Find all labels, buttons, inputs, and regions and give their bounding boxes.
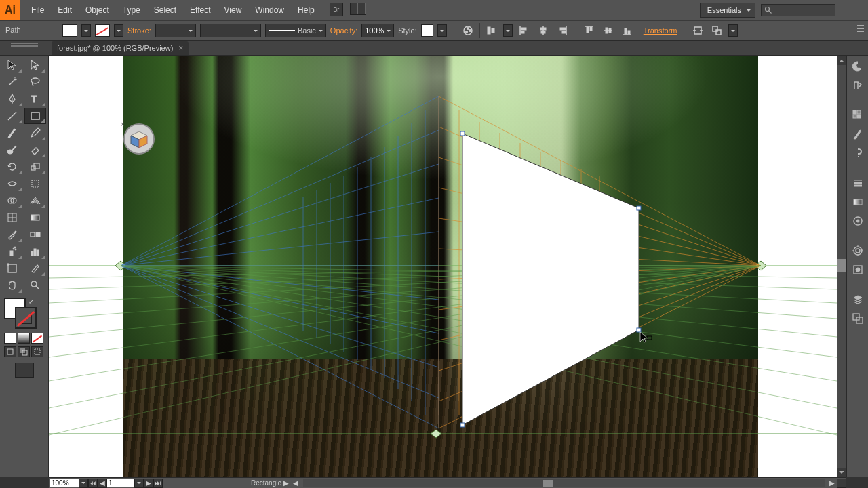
horizontal-scrollbar[interactable] xyxy=(303,479,825,487)
gradient-panel-icon[interactable] xyxy=(850,194,866,210)
blob-brush-tool[interactable] xyxy=(1,142,23,158)
line-tool[interactable] xyxy=(1,108,23,124)
column-graph-tool[interactable] xyxy=(24,243,46,260)
fill-stroke-indicator[interactable]: ⤢ xyxy=(1,298,47,330)
style-swatch[interactable] xyxy=(421,24,433,37)
artboard-number-input[interactable]: 1 xyxy=(107,479,134,487)
color-guide-panel-icon[interactable] xyxy=(850,77,866,94)
document-tab[interactable]: forest.jpg* @ 100% (RGB/Preview) × xyxy=(52,41,189,55)
pencil-tool[interactable] xyxy=(24,125,46,141)
brushes-panel-icon[interactable] xyxy=(850,126,866,142)
last-artboard-button[interactable]: ⏭ xyxy=(153,479,163,488)
edit-clip-dropdown[interactable] xyxy=(728,24,738,37)
scroll-up-button[interactable] xyxy=(837,56,846,65)
slice-tool[interactable] xyxy=(24,260,46,277)
free-transform-tool[interactable] xyxy=(24,176,46,192)
artboard-tool[interactable] xyxy=(1,260,23,277)
menu-file[interactable]: File xyxy=(26,3,50,18)
brush-select[interactable]: Basic xyxy=(265,24,326,37)
scroll-down-button[interactable] xyxy=(837,468,846,477)
symbols-panel-icon[interactable] xyxy=(850,145,866,161)
search-box[interactable] xyxy=(761,4,835,16)
layers-panel-icon[interactable] xyxy=(850,291,866,308)
arrange-documents-icon[interactable] xyxy=(350,3,366,15)
zoom-dropdown[interactable] xyxy=(79,479,88,488)
width-tool[interactable] xyxy=(1,176,23,192)
canvas-area[interactable]: × xyxy=(49,56,846,477)
recolor-icon[interactable] xyxy=(460,23,475,38)
appearance-panel-icon[interactable] xyxy=(850,243,866,259)
hscroll-left-button[interactable]: ◀ xyxy=(291,479,300,488)
next-artboard-button[interactable]: ▶ xyxy=(144,479,153,488)
hand-tool[interactable] xyxy=(1,277,23,293)
perspective-grid-tool[interactable] xyxy=(24,192,46,209)
tools-panel-grip[interactable] xyxy=(3,42,46,47)
draw-normal-icon[interactable] xyxy=(4,346,16,357)
zoom-tool[interactable] xyxy=(24,277,46,293)
stroke-weight-select[interactable] xyxy=(155,24,196,37)
align-right-icon[interactable] xyxy=(555,23,570,38)
paintbrush-tool[interactable] xyxy=(1,125,23,141)
status-menu-button[interactable]: ▶ xyxy=(281,479,291,488)
align-panel-icon[interactable] xyxy=(484,23,499,38)
align-top-icon[interactable] xyxy=(582,23,597,38)
artboard-dropdown[interactable] xyxy=(134,479,144,488)
color-mode-none[interactable] xyxy=(31,333,43,344)
graphic-styles-panel-icon[interactable] xyxy=(850,262,866,278)
transparency-panel-icon[interactable] xyxy=(850,213,866,229)
direct-selection-tool[interactable] xyxy=(24,57,46,73)
color-mode-solid[interactable] xyxy=(4,333,16,344)
swatches-panel-icon[interactable] xyxy=(850,107,866,123)
color-panel-icon[interactable] xyxy=(850,58,866,75)
style-dropdown[interactable] xyxy=(437,24,447,37)
shape-builder-tool[interactable] xyxy=(1,192,23,209)
eraser-tool[interactable] xyxy=(24,142,46,158)
menu-view[interactable]: View xyxy=(219,3,248,18)
pen-tool[interactable] xyxy=(1,91,23,107)
scale-tool[interactable] xyxy=(24,159,46,175)
eyedropper-tool[interactable] xyxy=(1,226,23,243)
prev-artboard-button[interactable]: ◀ xyxy=(98,479,107,488)
vertical-scroll-thumb[interactable] xyxy=(837,259,846,272)
fill-dropdown[interactable] xyxy=(81,24,91,37)
isolate-icon[interactable] xyxy=(690,23,705,38)
transform-link[interactable]: Transform xyxy=(644,26,677,35)
horizontal-scroll-thumb[interactable] xyxy=(543,480,553,487)
stroke-dropdown[interactable] xyxy=(114,24,123,37)
screen-mode-icon[interactable] xyxy=(15,363,34,378)
menu-window[interactable]: Window xyxy=(250,3,290,18)
align-vcenter-icon[interactable] xyxy=(601,23,616,38)
rectangle-tool[interactable] xyxy=(24,108,46,124)
align-bottom-icon[interactable] xyxy=(620,23,635,38)
hscroll-right-button[interactable]: ▶ xyxy=(827,479,837,488)
artboards-panel-icon[interactable] xyxy=(850,310,866,327)
rotate-tool[interactable] xyxy=(1,159,23,175)
perspective-plane-widget[interactable]: × xyxy=(123,123,155,155)
draw-behind-icon[interactable] xyxy=(18,346,30,357)
close-tab-button[interactable]: × xyxy=(178,43,183,53)
menu-select[interactable]: Select xyxy=(149,3,182,18)
control-bar-more[interactable] xyxy=(853,25,864,36)
align-left-icon[interactable] xyxy=(517,23,532,38)
menu-effect[interactable]: Effect xyxy=(184,3,216,18)
bridge-icon[interactable]: Br xyxy=(330,3,343,16)
gradient-tool[interactable] xyxy=(24,209,46,226)
magic-wand-tool[interactable] xyxy=(1,74,23,90)
swap-fill-stroke-icon[interactable]: ⤢ xyxy=(28,298,34,305)
zoom-level-input[interactable]: 100% xyxy=(50,479,79,487)
workspace-switcher[interactable]: Essentials xyxy=(700,3,755,18)
mesh-tool[interactable] xyxy=(1,209,23,226)
selection-tool[interactable] xyxy=(1,57,23,73)
menu-help[interactable]: Help xyxy=(292,3,320,18)
opacity-input[interactable]: 100% xyxy=(361,24,394,37)
lasso-tool[interactable] xyxy=(24,74,46,90)
widget-close-icon[interactable]: × xyxy=(121,121,125,128)
symbol-sprayer-tool[interactable] xyxy=(1,243,23,260)
edit-clip-icon[interactable] xyxy=(709,23,724,38)
first-artboard-button[interactable]: ⏮ xyxy=(88,479,98,488)
blend-tool[interactable] xyxy=(24,226,46,243)
fill-swatch[interactable] xyxy=(62,24,77,37)
stroke-profile-select[interactable] xyxy=(200,24,261,37)
type-tool[interactable]: T xyxy=(24,91,46,107)
align-hcenter-icon[interactable] xyxy=(536,23,551,38)
